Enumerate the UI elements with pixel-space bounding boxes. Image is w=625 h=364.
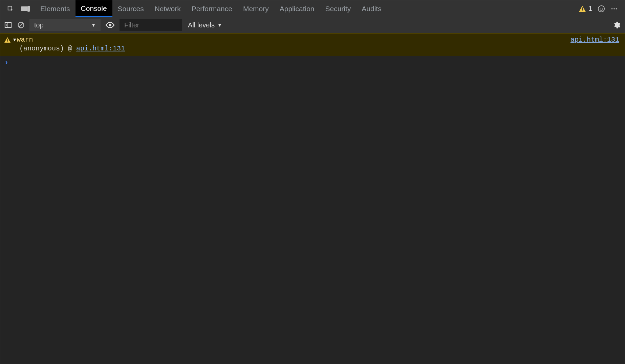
device-toolbar-icon[interactable]	[18, 0, 33, 17]
filter-input[interactable]	[120, 19, 182, 31]
svg-point-14	[109, 24, 111, 26]
toggle-sidebar-icon[interactable]	[4, 21, 13, 29]
svg-rect-2	[582, 7, 583, 10]
tab-elements[interactable]: Elements	[35, 0, 76, 17]
svg-point-6	[602, 8, 603, 8]
tab-label: Security	[325, 5, 351, 13]
tab-console[interactable]: Console	[76, 0, 112, 17]
tab-sources[interactable]: Sources	[112, 0, 149, 17]
console-prompt[interactable]: ›	[0, 56, 625, 69]
console-toolbar: top All levels ▼	[0, 17, 625, 33]
tab-label: Application	[280, 5, 315, 13]
stack-source-link[interactable]: api.html:131	[76, 45, 125, 52]
prompt-caret-icon: ›	[4, 58, 8, 67]
tab-label: Network	[155, 5, 181, 13]
more-icon[interactable]	[610, 5, 618, 13]
svg-point-4	[598, 5, 604, 12]
svg-rect-10	[5, 23, 11, 28]
log-levels-select[interactable]: All levels ▼	[186, 21, 224, 29]
warning-count: 1	[588, 5, 592, 13]
devtools-tabbar: Elements Console Sources Network Perform…	[0, 0, 625, 17]
svg-rect-0	[21, 6, 27, 10]
tab-application[interactable]: Application	[274, 0, 320, 17]
tab-performance[interactable]: Performance	[186, 0, 238, 17]
svg-point-7	[611, 8, 613, 9]
svg-rect-3	[582, 10, 583, 11]
tab-security[interactable]: Security	[320, 0, 356, 17]
svg-rect-16	[7, 42, 8, 42]
console-output: ▼ warn api.html:131 (anonymous) @ api.ht…	[0, 33, 625, 364]
feedback-icon[interactable]	[598, 5, 605, 13]
context-select[interactable]: top	[29, 19, 101, 31]
tab-label: Sources	[118, 5, 144, 13]
tab-audits[interactable]: Audits	[356, 0, 387, 17]
stack-at: @	[68, 45, 72, 52]
tab-label: Performance	[192, 5, 232, 13]
tab-label: Elements	[40, 5, 70, 13]
clear-console-icon[interactable]	[17, 21, 25, 29]
svg-point-5	[600, 8, 601, 8]
svg-rect-15	[7, 39, 8, 41]
context-select-value: top	[34, 21, 44, 29]
warning-icon	[4, 37, 10, 43]
chevron-down-icon: ▼	[217, 22, 222, 28]
console-settings-icon[interactable]	[612, 20, 621, 30]
expand-caret-icon[interactable]: ▼	[13, 36, 16, 44]
tab-label: Memory	[243, 5, 269, 13]
tabs: Elements Console Sources Network Perform…	[35, 0, 387, 17]
console-warning-entry[interactable]: ▼ warn api.html:131 (anonymous) @ api.ht…	[0, 33, 625, 56]
tab-label: Audits	[362, 5, 381, 13]
svg-rect-1	[28, 6, 29, 12]
stack-anon: (anonymous)	[19, 45, 64, 52]
inspect-element-icon[interactable]	[3, 0, 18, 17]
tab-label: Console	[81, 4, 107, 13]
console-input[interactable]	[12, 59, 621, 67]
warning-count-badge[interactable]: 1	[579, 5, 592, 13]
svg-point-8	[613, 8, 615, 9]
svg-point-9	[616, 8, 617, 9]
svg-line-13	[19, 23, 23, 27]
tab-network[interactable]: Network	[149, 0, 186, 17]
tab-memory[interactable]: Memory	[238, 0, 274, 17]
live-expression-icon[interactable]	[105, 20, 115, 30]
log-method: warn	[17, 36, 33, 44]
source-link[interactable]: api.html:131	[570, 36, 619, 44]
log-levels-label: All levels	[188, 21, 215, 29]
